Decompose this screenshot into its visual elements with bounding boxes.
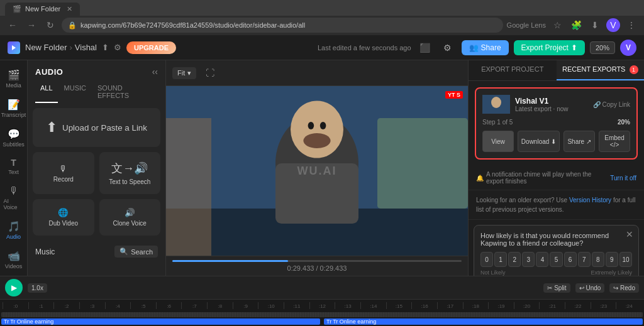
app-logo [8,41,20,54]
collapse-button[interactable]: ‹‹ [152,67,158,77]
sidebar-item-transcript[interactable]: 📝 Transcript [1,95,26,122]
sidebar-item-ai-voice[interactable]: 🎙 AI Voice [1,182,26,214]
export-info: Vishal V1 Latest export · now [515,97,588,112]
copy-link-button[interactable]: 🔗 Copy Link [593,101,630,108]
turn-off-button[interactable]: Turn it off [610,175,636,182]
back-button[interactable]: ← [5,18,20,33]
upgrade-button[interactable]: UPGRADE [126,41,176,54]
app-header: New Folder › Vishal ⬆ ⚙ UPGRADE Last edi… [0,35,644,60]
version-history-link[interactable]: Version History [569,197,611,204]
upload-paste-button[interactable]: ⬆ Upload or Paste a Link [33,108,160,147]
embed-button[interactable]: Embed </> [599,131,630,152]
breadcrumb-folder[interactable]: New Folder [25,43,67,52]
speed-button[interactable]: 1.0x [28,283,47,293]
browser-tab[interactable]: 🎬 New Folder ✕ [5,3,80,16]
bookmark-button[interactable]: ☆ [550,18,565,33]
share-button[interactable]: 👥 Share [462,40,509,55]
redo-button[interactable]: ↪ Redo [609,283,639,293]
svg-rect-11 [377,118,468,209]
upload-label: Upload or Paste a Link [62,123,147,133]
export-button[interactable]: Export Project ⬆ [514,40,585,55]
play-button[interactable]: ▶ [5,279,23,296]
rating-6[interactable]: 6 [564,252,577,267]
ruler-16: :16 [411,302,437,309]
dub-label: Dub Video [48,220,78,227]
video-area: Fit ▾ ⛶ [166,60,468,276]
extensions-button[interactable]: 🧩 [569,18,584,33]
clip-2-text-icon: Tr [326,318,331,325]
clip-2-label: Tr Tr Online earning [324,318,379,325]
share-icon[interactable]: ⬆ [102,43,109,52]
settings-icon[interactable]: ⚙ [114,43,121,52]
rating-8[interactable]: 8 [592,252,604,267]
sidebar-item-media[interactable]: 🎬 Media [1,65,26,92]
rating-1[interactable]: 1 [494,252,507,267]
share-export-button[interactable]: Share ↗ [564,131,595,152]
clip-1[interactable]: Tr Tr Online earning [1,318,320,325]
undo-button[interactable]: ↩ Undo [575,283,605,293]
info-button[interactable]: ⬛ [416,39,434,57]
left-sidebar: 🎬 Media 📝 Transcript 💬 Subtitles T Text … [0,60,28,276]
fit-button[interactable]: Fit ▾ [172,67,196,79]
rating-9[interactable]: 9 [606,252,618,267]
refresh-button[interactable]: ↻ [43,18,58,33]
text-to-speech-button[interactable]: 文→🔊 Text to Speech [99,152,161,194]
rating-10[interactable]: 10 [619,252,632,267]
rating-labels: Not Likely Extremely Likely [480,269,632,276]
download-button[interactable]: Download ⬇ [518,131,560,152]
view-button[interactable]: View [482,131,514,152]
profile-button[interactable]: V [606,18,620,32]
progress-badge: 20% [590,41,615,54]
clip-1-label: Tr Tr Online earning [1,318,56,325]
tab-all[interactable]: ALL [35,82,58,103]
extremely-likely-label: Extremely Likely [591,269,632,276]
rating-3[interactable]: 3 [522,252,535,267]
ruler-13: :13 [335,302,360,309]
fullscreen-button[interactable]: ⛶ [201,64,219,82]
rating-0[interactable]: 0 [480,252,493,267]
url-bar[interactable]: 🔒 kapwing.com/67b69e7247569cdf81a24559/s… [62,18,503,33]
sidebar-item-audio[interactable]: 🎵 Audio [1,217,26,244]
tab-recent-exports[interactable]: RECENT EXPORTS 1 [557,60,645,80]
downloads-button[interactable]: ⬇ [587,18,602,33]
rating-close-button[interactable]: ✕ [626,229,633,239]
breadcrumb-project[interactable]: Vishal [75,43,97,52]
clip-1-text: Tr Online earning [10,318,53,325]
watermark: WU.AI [297,165,337,178]
tab-music[interactable]: MUSIC [59,82,91,103]
menu-button[interactable]: ⋮ [624,18,639,33]
sidebar-item-text[interactable]: T Text [1,154,26,179]
tab-export-project[interactable]: EXPORT PROJECT [469,60,557,80]
video-container: YT S WU.AI [166,86,468,256]
sidebar-item-videos[interactable]: 📹 Videos [1,246,26,273]
link-icon: 🔗 [593,101,601,108]
timeline-bar[interactable] [172,260,462,262]
rating-2[interactable]: 2 [508,252,521,267]
transcript-icon: 📝 [8,99,20,111]
bell-icon: 🔔 [476,175,484,182]
rating-7[interactable]: 7 [578,252,591,267]
track-row-1[interactable]: Tr Tr Online earning Tr Tr Online earnin… [1,318,643,325]
tab-close-icon[interactable]: ✕ [67,5,72,13]
export-thumbnail [482,95,510,114]
ruler-14: :14 [360,302,386,309]
search-music-button[interactable]: 🔍 Search [114,246,158,258]
rating-5[interactable]: 5 [550,252,562,267]
tab-sound-effects[interactable]: SOUND EFFECTS [92,82,158,103]
ruler-10: :10 [258,302,284,309]
rating-4[interactable]: 4 [536,252,548,267]
clone-voice-button[interactable]: 🔊 Clone Voice [99,199,161,236]
text-icon: T [11,158,16,168]
recent-exports-badge: 1 [630,65,638,74]
settings-button[interactable]: ⚙ [439,39,457,57]
ruler-21: :21 [539,302,565,309]
dub-video-button[interactable]: 🌐 Dub Video [33,199,94,236]
sidebar-item-subtitles[interactable]: 💬 Subtitles [1,124,26,151]
clip-2[interactable]: Tr Tr Online earning [324,318,643,325]
record-button[interactable]: 🎙 Record [33,152,94,194]
main-content: 🎬 Media 📝 Transcript 💬 Subtitles T Text … [0,60,644,276]
upload-icon: ⬆ [46,119,57,136]
forward-button[interactable]: → [24,18,39,33]
split-button[interactable]: ✂ Split [543,283,570,293]
audio-tabs: ALL MUSIC SOUND EFFECTS [28,82,165,108]
